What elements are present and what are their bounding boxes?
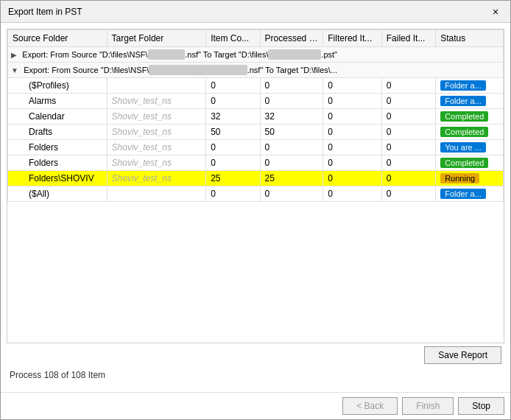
close-button[interactable]: × <box>488 4 503 19</box>
cell-failed: 0 <box>381 125 435 140</box>
status-badge: Completed <box>440 158 488 168</box>
status-badge: Folder a... <box>440 96 486 106</box>
status-badge: Completed <box>440 127 488 137</box>
cell-target <box>107 78 206 94</box>
cell-source: Folders <box>8 140 108 155</box>
cell-failed: 0 <box>381 140 435 155</box>
cell-target: Shoviv_test_ns <box>107 171 206 186</box>
cell-target: Shoviv_test_ns <box>107 125 206 140</box>
col-item-count: Item Co... <box>206 30 260 47</box>
back-button[interactable]: < Back <box>342 397 398 415</box>
save-report-button[interactable]: Save Report <box>424 346 501 364</box>
cell-failed: 0 <box>381 186 435 202</box>
stop-button[interactable]: Stop <box>458 397 504 415</box>
process-status: Process 108 of 108 Item <box>7 364 504 386</box>
cell-failed: 0 <box>381 171 435 186</box>
export-table: Source Folder Target Folder Item Co... P… <box>7 29 504 202</box>
cell-target: Shoviv_test_ns <box>107 94 206 109</box>
table-row: ($Profiles) 0 0 0 0 Folder a... <box>8 78 504 94</box>
cell-failed: 0 <box>381 155 435 171</box>
save-report-area: Save Report <box>7 343 504 364</box>
cell-status: Completed <box>436 155 504 171</box>
cell-source: Drafts <box>8 125 108 140</box>
cell-target: Shoviv_test_ns <box>107 140 206 155</box>
table-row: Folders\SHOVIV Shoviv_test_ns 25 25 0 0 … <box>8 171 504 186</box>
table-row: ($All) 0 0 0 0 Folder a... <box>8 186 504 202</box>
dialog-title: Export Item in PST <box>8 7 82 17</box>
cell-filtered: 0 <box>323 171 382 186</box>
cell-source: Folders\SHOVIV <box>8 171 108 186</box>
group-row-1: ▶ Export: From Source "D:\files\NSF\●●●●… <box>8 47 504 63</box>
cell-source: ($All) <box>8 186 108 202</box>
dialog-content: Source Folder Target Folder Item Co... P… <box>1 23 510 392</box>
cell-item-count: 0 <box>206 186 260 202</box>
cell-filtered: 0 <box>323 155 382 171</box>
table-row: Drafts Shoviv_test_ns 50 50 0 0 Complete… <box>8 125 504 140</box>
cell-status: Folder a... <box>436 186 504 202</box>
cell-processed: 0 <box>260 78 323 94</box>
cell-item-count: 0 <box>206 140 260 155</box>
finish-button[interactable]: Finish <box>402 397 454 415</box>
cell-target: Shoviv_test_ns <box>107 155 206 171</box>
group-row-2: ▼ Export: From Source "D:\files\NSF\●●●●… <box>8 63 504 78</box>
cell-filtered: 0 <box>323 186 382 202</box>
cell-status: Running <box>436 171 504 186</box>
col-status: Status <box>436 30 504 47</box>
status-badge: Completed <box>440 111 488 122</box>
cell-item-count: 0 <box>206 78 260 94</box>
data-table-container: Source Folder Target Folder Item Co... P… <box>7 29 504 343</box>
export-dialog: Export Item in PST × Source Folder Tar <box>0 0 511 420</box>
group2-label: Export: From Source "D:\files\NSF\●●●●●●… <box>24 66 337 74</box>
cell-processed: 0 <box>260 186 323 202</box>
expand-icon-1[interactable]: ▶ <box>11 51 17 59</box>
col-source-folder: Source Folder <box>8 30 108 47</box>
cell-processed: 0 <box>260 94 323 109</box>
status-badge: Folder a... <box>440 189 486 199</box>
table-header-row: Source Folder Target Folder Item Co... P… <box>8 30 504 47</box>
cell-source: Folders <box>8 155 108 171</box>
cell-status: Folder a... <box>436 78 504 94</box>
cell-failed: 0 <box>381 78 435 94</box>
cell-item-count: 32 <box>206 109 260 125</box>
col-filtered: Filtered It... <box>323 30 382 47</box>
cell-item-count: 0 <box>206 94 260 109</box>
cell-status: Folder a... <box>436 94 504 109</box>
cell-item-count: 0 <box>206 155 260 171</box>
title-bar: Export Item in PST × <box>1 1 510 23</box>
cell-item-count: 50 <box>206 125 260 140</box>
table-row: Folders Shoviv_test_ns 0 0 0 0 Completed <box>8 155 504 171</box>
cell-filtered: 0 <box>323 94 382 109</box>
button-bar: < Back Finish Stop <box>1 392 510 419</box>
cell-source: Alarms <box>8 94 108 109</box>
status-badge: Running <box>440 173 479 183</box>
status-badge: Folder a... <box>440 80 486 91</box>
cell-source: Calendar <box>8 109 108 125</box>
cell-filtered: 0 <box>323 125 382 140</box>
cell-item-count: 25 <box>206 171 260 186</box>
cell-processed: 25 <box>260 171 323 186</box>
table-row: Folders Shoviv_test_ns 0 0 0 0 You are .… <box>8 140 504 155</box>
table-row: Calendar Shoviv_test_ns 32 32 0 0 Comple… <box>8 109 504 125</box>
cell-filtered: 0 <box>323 109 382 125</box>
col-target-folder: Target Folder <box>107 30 206 47</box>
status-badge: You are ... <box>440 142 486 153</box>
cell-processed: 50 <box>260 125 323 140</box>
col-failed: Failed It... <box>381 30 435 47</box>
cell-filtered: 0 <box>323 78 382 94</box>
cell-failed: 0 <box>381 109 435 125</box>
cell-filtered: 0 <box>323 140 382 155</box>
cell-target: Shoviv_test_ns <box>107 109 206 125</box>
cell-target <box>107 186 206 202</box>
group1-label: Export: From Source "D:\files\NSF\●●●●●●… <box>22 50 337 59</box>
cell-status: You are ... <box>436 140 504 155</box>
cell-processed: 0 <box>260 140 323 155</box>
cell-source: ($Profiles) <box>8 78 108 94</box>
expand-icon-2[interactable]: ▼ <box>11 66 18 74</box>
cell-status: Completed <box>436 125 504 140</box>
cell-processed: 0 <box>260 155 323 171</box>
cell-processed: 32 <box>260 109 323 125</box>
cell-failed: 0 <box>381 94 435 109</box>
col-processed: Processed It... <box>260 30 323 47</box>
cell-status: Completed <box>436 109 504 125</box>
table-row: Alarms Shoviv_test_ns 0 0 0 0 Folder a..… <box>8 94 504 109</box>
